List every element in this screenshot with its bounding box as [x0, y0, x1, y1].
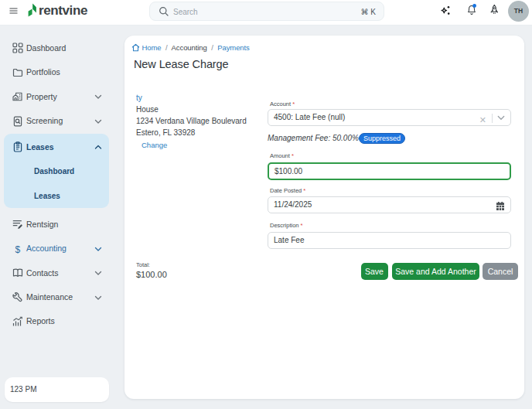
svg-text:$: $ — [15, 244, 21, 254]
